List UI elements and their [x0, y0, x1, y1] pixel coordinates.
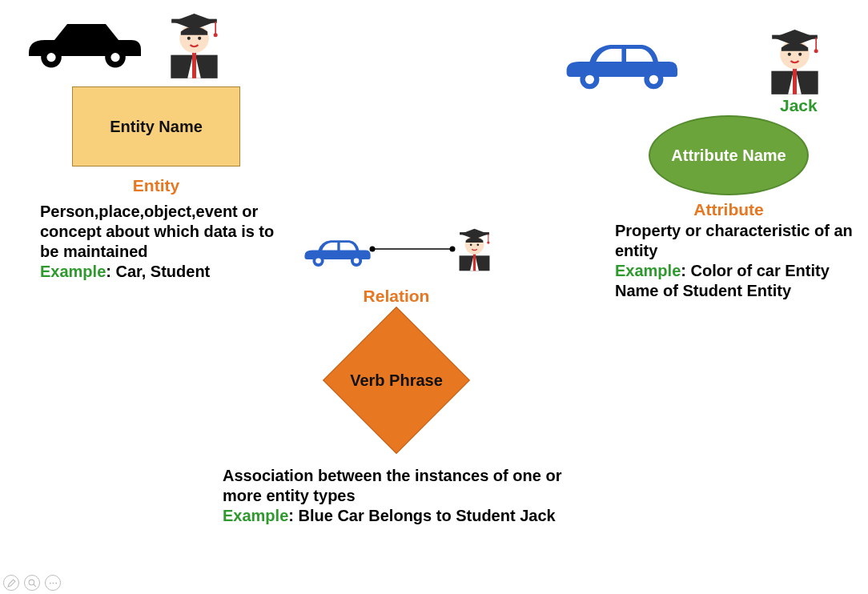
more-icon[interactable] — [45, 575, 61, 591]
svg-point-13 — [585, 75, 594, 84]
svg-point-8 — [198, 37, 201, 40]
relation-example-text: : Blue Car Belongs to Student Jack — [288, 507, 555, 524]
svg-point-3 — [111, 53, 119, 62]
car-black-icon — [16, 11, 144, 78]
relation-shape-label: Verb Phrase — [316, 371, 476, 390]
student-icon — [761, 18, 829, 101]
svg-rect-9 — [171, 19, 217, 23]
magnifier-icon[interactable] — [24, 575, 40, 591]
entity-description: Person,place,object,event or concept abo… — [40, 203, 274, 260]
svg-rect-33 — [460, 232, 489, 235]
svg-point-11 — [214, 33, 218, 37]
relation-title: Relation — [316, 287, 476, 306]
student-icon — [160, 2, 228, 85]
svg-point-27 — [354, 259, 360, 264]
relation-description: Association between the instances of one… — [223, 467, 561, 504]
entity-example-label: Example — [40, 263, 106, 280]
viewer-toolbar — [3, 575, 61, 591]
relation-student-icon — [452, 221, 496, 276]
svg-rect-29 — [473, 254, 476, 271]
svg-point-41 — [49, 582, 50, 584]
entity-description-block: Person,place,object,event or concept abo… — [40, 202, 276, 282]
attribute-title: Attribute — [649, 200, 809, 219]
car-blue-icon — [553, 29, 681, 100]
svg-rect-5 — [192, 52, 196, 78]
attribute-description: Property or characteristic of an entity — [615, 222, 853, 259]
svg-point-37 — [370, 247, 376, 252]
relation-example-label: Example — [223, 507, 288, 524]
entity-shape: Entity Name — [72, 86, 240, 167]
attribute-example-label: Example — [615, 262, 681, 279]
relation-description-block: Association between the instances of one… — [223, 466, 599, 526]
svg-point-20 — [798, 53, 802, 56]
relation-shape: Verb Phrase — [312, 320, 480, 440]
relation-car-icon — [296, 229, 372, 276]
svg-point-1 — [46, 53, 55, 62]
attribute-shape-label: Attribute Name — [671, 146, 786, 165]
relation-connector-line — [368, 245, 456, 253]
svg-point-42 — [52, 582, 54, 584]
svg-point-19 — [788, 53, 791, 56]
entity-title: Entity — [72, 176, 240, 195]
svg-rect-17 — [793, 68, 797, 94]
attribute-shape: Attribute Name — [649, 115, 809, 195]
attribute-description-block: Property or characteristic of an entity … — [615, 221, 859, 301]
svg-rect-21 — [772, 35, 818, 39]
svg-point-15 — [649, 75, 658, 84]
entity-example-text: : Car, Student — [106, 263, 210, 280]
svg-point-23 — [814, 49, 818, 53]
pen-icon[interactable] — [3, 575, 19, 591]
svg-point-43 — [55, 582, 57, 584]
svg-point-38 — [450, 247, 456, 252]
attribute-student-name: Jack — [780, 96, 818, 115]
svg-point-25 — [315, 259, 321, 264]
svg-point-7 — [187, 37, 191, 40]
svg-point-32 — [476, 243, 479, 246]
svg-point-39 — [29, 580, 34, 585]
entity-shape-label: Entity Name — [110, 118, 203, 136]
svg-point-35 — [487, 241, 489, 243]
svg-point-31 — [470, 243, 472, 246]
svg-line-40 — [33, 584, 35, 586]
